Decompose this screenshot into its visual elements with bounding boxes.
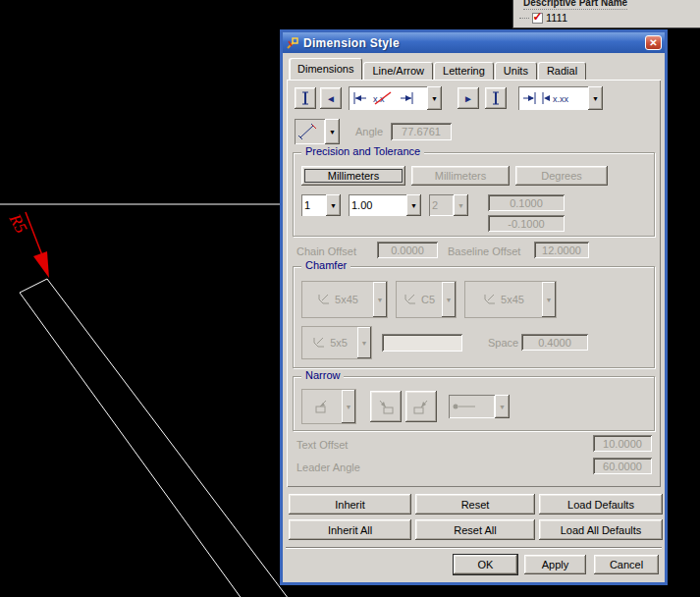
dimensions-tab-panel: ◄ x.x ▼ ► [287, 80, 661, 487]
text-orientation-button-2[interactable] [485, 87, 507, 109]
narrow-style-dropdown: ▼ [301, 389, 356, 424]
tab-lettering[interactable]: Lettering [434, 62, 494, 80]
apply-button[interactable]: Apply [524, 555, 586, 574]
dot-line-icon [452, 402, 477, 411]
app-screen: R5 Descriptive Part Name ✓ 1111 Dimensio… [0, 0, 700, 597]
chamfer-symbol-icon [312, 336, 326, 350]
chevron-down-icon: ▼ [495, 395, 510, 418]
inherit-all-button[interactable]: Inherit All [289, 519, 411, 540]
tab-dimensions[interactable]: Dimensions [289, 58, 362, 80]
model-edge-chamfer [20, 279, 295, 597]
chamfer-text-field [382, 334, 462, 352]
dimension-placement-dropdown[interactable]: x.x ▼ [349, 86, 442, 110]
narrow-leader-toggle-2 [405, 391, 437, 422]
chamfer-style-dropdown-3: 5x45 ▼ [464, 281, 557, 318]
narrow-leader-toggle-1 [370, 391, 402, 422]
chamfer-group: Chamfer 5x45 ▼ [293, 266, 655, 368]
reset-all-button[interactable]: Reset All [415, 519, 535, 540]
upper-tolerance-field: 0.1000 [488, 194, 565, 211]
chamfer-symbol-icon [404, 293, 417, 306]
narrow-leader-icon [377, 399, 395, 414]
load-defaults-button[interactable]: Load Defaults [539, 494, 663, 515]
text-placement-dropdown[interactable]: x.xx ▼ [518, 86, 603, 110]
inherit-button[interactable]: Inherit [289, 494, 411, 515]
arrow-right-button[interactable]: ► [458, 87, 479, 109]
reset-button[interactable]: Reset [415, 494, 535, 515]
part-name-label: 1111 [546, 12, 567, 24]
leader-angle-field: 60.0000 [593, 458, 652, 474]
angled-dimension-icon [297, 123, 317, 140]
leader-angle-label: Leader Angle [296, 461, 360, 473]
dimension-leader-line [26, 212, 42, 255]
chevron-down-icon: ▼ [442, 282, 456, 317]
chamfer-symbol-icon [317, 293, 331, 306]
chevron-down-icon[interactable]: ▼ [325, 119, 340, 144]
part-name-column-header[interactable]: Descriptive Part Name [523, 0, 627, 10]
chamfer-style-dropdown-1: 5x45 ▼ [301, 281, 388, 318]
chevron-down-icon: ▼ [373, 282, 387, 317]
text-orientation-button[interactable] [295, 87, 316, 109]
dialog-title: Dimension Style [303, 36, 641, 50]
dialog-icon [286, 36, 299, 50]
dimension-arrowhead [33, 251, 49, 278]
nominal-precision-dropdown[interactable]: 1 ▼ [301, 194, 341, 216]
chamfer-group-title: Chamfer [301, 259, 350, 271]
precision-tolerance-group: Precision and Tolerance Millimeters Mill… [293, 152, 655, 237]
angle-label: Angle [355, 126, 383, 137]
close-button[interactable]: ✕ [645, 35, 662, 50]
tab-line-arrow[interactable]: Line/Arrow [363, 62, 433, 80]
chamfer-symbol-icon [483, 293, 497, 306]
dimension-outside-icon: x.xx [521, 90, 584, 106]
chain-offset-label: Chain Offset [296, 245, 356, 257]
chevron-down-icon: ▼ [542, 282, 556, 317]
chevron-down-icon: ▼ [454, 194, 468, 216]
dialog-titlebar[interactable]: Dimension Style ✕ [283, 32, 665, 53]
ok-button[interactable]: OK [454, 555, 517, 574]
tree-connector [519, 18, 529, 19]
svg-text:x.xx: x.xx [553, 94, 569, 104]
vertical-text-icon [491, 90, 501, 106]
chevron-down-icon[interactable]: ▼ [326, 194, 341, 216]
part-checkbox[interactable]: ✓ [532, 13, 543, 24]
text-offset-field: 10.0000 [593, 435, 652, 452]
tab-units[interactable]: Units [495, 62, 537, 80]
narrow-group: Narrow ▼ [293, 376, 655, 431]
chevron-down-icon[interactable]: ▼ [588, 86, 603, 110]
triangle-right-icon: ► [463, 93, 473, 104]
degrees-button: Degrees [515, 166, 608, 186]
chevron-down-icon[interactable]: ▼ [406, 194, 421, 216]
baseline-offset-label: Baseline Offset [448, 245, 520, 257]
decimal-precision-dropdown[interactable]: 1.00 ▼ [349, 194, 421, 216]
tolerance-precision-dropdown: 2 ▼ [429, 194, 468, 216]
part-navigator-panel: Descriptive Part Name ✓ 1111 [512, 0, 700, 28]
millimeters-tolerance-button: Millimeters [411, 166, 510, 186]
chamfer-style-dropdown-2: C5 ▼ [396, 281, 457, 318]
load-all-defaults-button[interactable]: Load All Defaults [539, 519, 663, 540]
baseline-offset-field: 12.0000 [534, 242, 589, 258]
space-field: 0.4000 [521, 334, 588, 351]
narrow-leader-icon [412, 399, 430, 414]
chevron-down-icon: ▼ [357, 327, 371, 358]
chevron-down-icon[interactable]: ▼ [427, 86, 442, 110]
arrow-left-button[interactable]: ◄ [320, 87, 342, 109]
dimension-style-dialog: Dimension Style ✕ Dimensions Line/Arrow … [280, 29, 668, 585]
space-label: Space [488, 337, 518, 349]
model-edge-diagonal [20, 293, 247, 597]
dimension-inline-icon: x.x [351, 90, 422, 106]
check-icon: ✓ [532, 11, 542, 23]
part-tree-row[interactable]: ✓ 1111 [519, 12, 567, 24]
precision-group-title: Precision and Tolerance [301, 145, 424, 157]
millimeters-button[interactable]: Millimeters [301, 166, 405, 186]
footer-separator [286, 547, 662, 549]
lower-tolerance-field: -0.1000 [488, 215, 565, 232]
dimension-angle-dropdown[interactable]: ▼ [295, 119, 340, 144]
tab-radial[interactable]: Radial [538, 62, 586, 80]
narrow-line-style-dropdown: ▼ [449, 395, 510, 418]
narrow-dimension-icon [313, 399, 331, 414]
cancel-button[interactable]: Cancel [594, 555, 659, 574]
vertical-text-icon [300, 90, 310, 106]
chain-offset-field: 0.0000 [377, 242, 438, 258]
text-offset-label: Text Offset [296, 439, 348, 451]
svg-text:x.x: x.x [373, 94, 385, 104]
triangle-left-icon: ◄ [326, 93, 336, 104]
